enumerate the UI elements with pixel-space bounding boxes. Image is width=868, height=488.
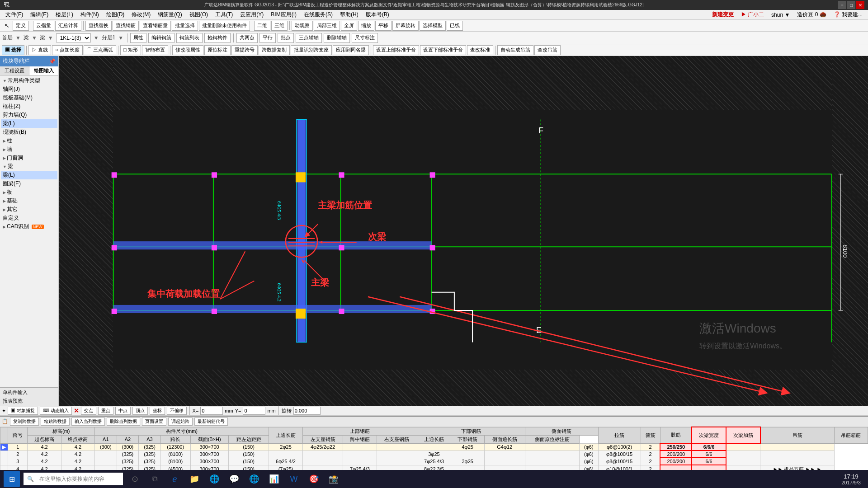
- menu-guang[interactable]: ▶ 广小二: [737, 11, 768, 19]
- toolbar-local3d[interactable]: 局部三维: [314, 21, 340, 31]
- toolbar-yunzhiliang[interactable]: 云指量: [33, 21, 54, 31]
- sidebar-tab-draw[interactable]: 绘图输入: [29, 66, 58, 75]
- table-row[interactable]: ▶ 1 4.2 4.2 (300) (300) (325) (12300) 30…: [0, 443, 868, 450]
- cell-beam-width[interactable]: 200/200: [660, 450, 692, 458]
- cell-mid-top[interactable]: [343, 458, 377, 465]
- sidebar-pin[interactable]: 📌: [49, 58, 56, 65]
- cell-right-top[interactable]: [377, 443, 417, 450]
- cell-jiao[interactable]: 2: [641, 450, 660, 458]
- cell-beam-width[interactable]: 250/250: [660, 443, 692, 450]
- btn-apply-same-beam[interactable]: 应用到同名梁: [333, 45, 369, 55]
- cell-section[interactable]: 300×700: [190, 450, 228, 458]
- cell-stirrup[interactable]: φ8@100/15: [598, 450, 641, 458]
- cell-right-top[interactable]: [377, 458, 417, 465]
- rotate-input[interactable]: [293, 407, 321, 415]
- menu-view[interactable]: 视图(O): [186, 11, 212, 19]
- toolbar-batch-select[interactable]: 批量选择: [172, 21, 198, 31]
- cell-span-no[interactable]: 1: [8, 443, 28, 450]
- sidebar-item-wall[interactable]: ▶ 墙: [1, 145, 57, 154]
- cell-span-len[interactable]: (12300): [160, 443, 190, 450]
- cell-a3[interactable]: (325): [139, 458, 161, 465]
- btn-adjust-start-span[interactable]: 调起始跨: [168, 418, 193, 426]
- menu-shun[interactable]: shun ▼: [768, 12, 793, 18]
- taskbar-app2[interactable]: 🎯: [306, 471, 322, 487]
- cell-mid-top[interactable]: [343, 450, 377, 458]
- sidebar-item-beam-l[interactable]: 梁(L): [1, 171, 57, 179]
- menu-dou[interactable]: 造价豆 0 🌰: [793, 11, 830, 19]
- cell-a2[interactable]: (325): [117, 450, 139, 458]
- btn-query-std[interactable]: 查改标准: [467, 45, 493, 55]
- cell-span-no[interactable]: 2: [8, 450, 28, 458]
- sidebar-item-custom[interactable]: 自定义: [1, 214, 57, 222]
- toolbar-rotate[interactable]: 屏幕旋转: [392, 21, 419, 31]
- menu-online[interactable]: 在线服务(S): [300, 11, 336, 19]
- taskbar-explorer[interactable]: 📁: [186, 471, 203, 487]
- btn-batch-point[interactable]: 批点: [278, 33, 294, 43]
- cell-left-top[interactable]: [302, 458, 343, 465]
- cell-stirrup[interactable]: φ8@100/15: [598, 458, 641, 465]
- taskbar-search[interactable]: [36, 473, 113, 485]
- toolbar-select-model[interactable]: 选择模型: [420, 21, 446, 31]
- sidebar-item-grid[interactable]: 轴网(J): [1, 85, 57, 94]
- cell-bottom[interactable]: 3φ25: [451, 458, 484, 465]
- sidebar-tab-settings[interactable]: 工程设置: [0, 66, 29, 75]
- cell-start-h[interactable]: 4.2: [28, 450, 61, 458]
- toolbar-find-rebar[interactable]: 查找钢筋: [113, 21, 139, 31]
- cell-mid-top[interactable]: [343, 443, 377, 450]
- sidebar-item-ring-beam[interactable]: 圈梁(E): [1, 179, 57, 188]
- sidebar-item-slab[interactable]: 现浇板(B): [1, 128, 57, 136]
- toolbar-zoom[interactable]: 缩放: [358, 21, 374, 31]
- sidebar-single-elem[interactable]: 单构件输入: [1, 389, 57, 396]
- cell-a3[interactable]: (325): [139, 450, 161, 458]
- x-input[interactable]: [200, 407, 223, 415]
- cell-side-note[interactable]: [525, 450, 580, 458]
- cell-beam-add[interactable]: 6/6/6: [692, 443, 726, 450]
- cell-a3[interactable]: (325): [139, 443, 161, 450]
- btn-paste-span-data[interactable]: 粘贴跨数据: [41, 418, 70, 426]
- cell-left-dist[interactable]: (150): [228, 458, 269, 465]
- canvas-area[interactable]: F E 8100 6Φ25 4/3 6Φ25 4.2 主梁加筋位置 次梁 主梁 …: [59, 56, 868, 406]
- sidebar-item-opening[interactable]: ▶ 门窗洞: [1, 154, 57, 162]
- cell-top-long2[interactable]: [417, 443, 451, 450]
- y-input[interactable]: [243, 407, 265, 415]
- taskbar-word[interactable]: W: [286, 471, 302, 487]
- cell-hanger[interactable]: [726, 443, 760, 450]
- cell-beam-add[interactable]: 6/6: [692, 458, 726, 465]
- table-row[interactable]: 3 4.2 4.2 (325) (325) (8100) 300×700 (15…: [0, 458, 868, 465]
- sidebar-item-col[interactable]: ▶ 柱: [1, 136, 57, 145]
- search-area[interactable]: 🔍: [24, 473, 123, 485]
- cell-end-h[interactable]: 4.2: [61, 458, 94, 465]
- toolbar-cursor[interactable]: ↖: [2, 21, 12, 31]
- cell-hanger[interactable]: [726, 450, 760, 458]
- btn-set-bottom-std[interactable]: 设置下部标准予台: [420, 45, 466, 55]
- toolbar-find-replace[interactable]: 查找替换: [85, 21, 112, 31]
- cell-left-dist[interactable]: (150): [228, 443, 269, 450]
- btn-copy-span[interactable]: 跨数据复制: [259, 45, 290, 55]
- toolbar-define[interactable]: 定义: [13, 21, 29, 31]
- btn-page-setup[interactable]: 页面设置: [142, 418, 166, 426]
- cell-section[interactable]: 300×700: [190, 458, 228, 465]
- toolbar-orbit[interactable]: 动观察: [292, 21, 313, 31]
- btn-toppoint[interactable]: 顶点: [132, 407, 148, 415]
- sidebar-item-common[interactable]: ▼ 常用构件类型: [1, 76, 57, 85]
- cell-bottom[interactable]: [451, 450, 484, 458]
- taskbar-chrome2[interactable]: 🌐: [246, 471, 262, 487]
- toolbar-lines[interactable]: 已线: [447, 21, 463, 31]
- btn-input-col-data[interactable]: 输入当列数据: [71, 418, 105, 426]
- cell-top-long[interactable]: 2φ25: [269, 443, 302, 450]
- btn-no-offset[interactable]: 不偏移: [167, 407, 187, 415]
- toolbar-3d[interactable]: 三维: [271, 21, 288, 31]
- taskbar-chrome[interactable]: 🌐: [206, 471, 222, 487]
- cell-tie[interactable]: (φ6): [580, 450, 598, 458]
- cell-span-len[interactable]: (8100): [160, 450, 190, 458]
- btn-attach[interactable]: 抱钢构件: [204, 33, 231, 43]
- cell-start-h[interactable]: 4.2: [28, 443, 61, 450]
- btn-auto-hanger[interactable]: 自动生成吊筋: [497, 45, 533, 55]
- sidebar-item-raft[interactable]: 筏板基础(M): [1, 94, 57, 102]
- taskbar-cortana[interactable]: ⊙: [127, 471, 143, 487]
- table-row[interactable]: 2 4.2 4.2 (325) (325) (8100) 300×700 (15…: [0, 450, 868, 458]
- btn-rect[interactable]: □ 矩形: [120, 45, 141, 55]
- btn-identify-support[interactable]: 批量识别跨支座: [291, 45, 332, 55]
- btn-delete-col-data[interactable]: 删除当列数据: [107, 418, 140, 426]
- sidebar-item-slab2[interactable]: ▶ 板: [1, 188, 57, 197]
